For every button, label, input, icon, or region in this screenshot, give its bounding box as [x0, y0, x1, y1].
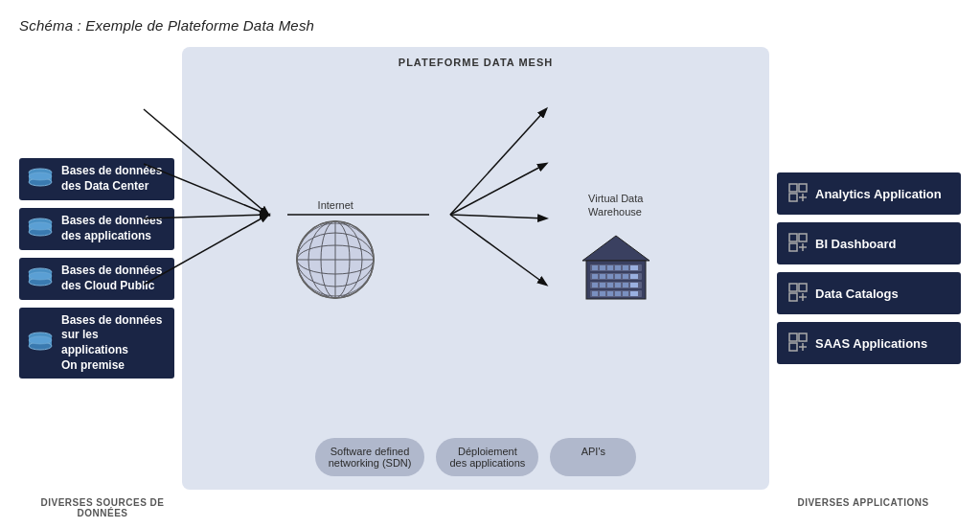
svg-point-3 [29, 172, 52, 180]
svg-rect-59 [592, 291, 598, 296]
svg-rect-71 [799, 234, 807, 241]
svg-rect-75 [789, 284, 797, 291]
svg-rect-53 [600, 283, 605, 287]
platform-inner: Internet [195, 72, 756, 430]
svg-rect-82 [789, 343, 797, 351]
svg-rect-67 [789, 194, 797, 201]
svg-rect-63 [623, 291, 628, 296]
svg-rect-43 [630, 265, 638, 270]
diagram-area: Bases de données des Data Center Bases d… [19, 47, 961, 490]
svg-rect-40 [607, 265, 613, 270]
warehouse-icon [573, 224, 659, 310]
svg-rect-66 [799, 184, 807, 192]
bottom-label-right: DIVERSES APPLICATIONS [767, 497, 959, 518]
svg-rect-61 [607, 291, 613, 296]
platform-title: PLATEFORME DATA MESH [195, 57, 756, 68]
app-item-1: Analytics Application [777, 172, 961, 215]
svg-rect-81 [799, 333, 807, 341]
platform-bottom: Software definednetworking (SDN) Déploie… [195, 438, 756, 476]
svg-rect-62 [615, 291, 621, 296]
svg-rect-46 [600, 274, 605, 279]
app-label-2: BI Dashboard [815, 237, 897, 251]
db-label-1: Bases de données des Data Center [61, 164, 162, 194]
app-icon-2 [788, 233, 808, 255]
center-column: PLATEFORME DATA MESH Internet [182, 47, 769, 490]
svg-rect-70 [789, 234, 797, 241]
svg-rect-80 [789, 333, 797, 341]
app-label-4: SAAS Applications [815, 336, 927, 351]
svg-rect-57 [630, 283, 638, 287]
pill-deploy: Déploiementdes applications [436, 438, 538, 476]
svg-rect-42 [623, 265, 628, 270]
page-title: Schéma : Exemple de Plateforme Data Mesh [19, 17, 961, 34]
database-icon-3 [27, 267, 54, 290]
bottom-label-left: DIVERSES SOURCES DE DONNÉES [21, 497, 184, 518]
database-icon-4 [27, 332, 54, 355]
globe-icon [292, 217, 378, 303]
db-item-1: Bases de données des Data Center [19, 158, 174, 200]
svg-rect-50 [630, 274, 638, 279]
svg-rect-49 [623, 274, 628, 279]
svg-rect-45 [592, 274, 598, 279]
svg-rect-41 [615, 265, 621, 270]
globe-area: Internet [292, 199, 378, 303]
db-label-2: Bases de données des applications [61, 214, 162, 243]
svg-rect-56 [623, 283, 628, 287]
warehouse-label: Virtual Data Warehouse [588, 192, 643, 219]
database-icon-1 [27, 168, 54, 191]
db-item-2: Bases de données des applications [19, 208, 174, 250]
svg-point-7 [29, 222, 52, 230]
platform-box: PLATEFORME DATA MESH Internet [182, 47, 769, 490]
right-column: Analytics Application BI Dashboard [769, 47, 961, 490]
svg-rect-76 [799, 284, 807, 291]
app-icon-4 [788, 333, 808, 355]
svg-rect-52 [592, 283, 598, 287]
app-icon-1 [788, 183, 808, 205]
pill-api: API's [550, 438, 636, 476]
left-column: Bases de données des Data Center Bases d… [19, 47, 182, 490]
svg-rect-38 [592, 265, 598, 270]
svg-rect-60 [600, 291, 605, 296]
app-item-2: BI Dashboard [777, 222, 961, 264]
app-item-3: Data Catalogs [777, 272, 961, 314]
app-label-1: Analytics Application [815, 187, 942, 201]
svg-rect-64 [630, 291, 638, 296]
svg-rect-48 [615, 274, 621, 279]
svg-rect-39 [600, 265, 605, 270]
svg-marker-35 [582, 236, 650, 261]
page: Schéma : Exemple de Plateforme Data Mesh… [0, 0, 980, 528]
svg-point-15 [29, 336, 52, 344]
app-icon-3 [788, 283, 808, 305]
db-label-4: Bases de données sur les applications On… [61, 313, 167, 373]
app-label-3: Data Catalogs [815, 287, 899, 301]
svg-rect-47 [607, 274, 613, 279]
app-item-4: SAAS Applications [777, 322, 961, 364]
database-icon-2 [27, 218, 54, 241]
svg-rect-54 [607, 283, 613, 287]
svg-rect-72 [789, 243, 797, 251]
svg-rect-65 [789, 184, 797, 192]
db-item-4: Bases de données sur les applications On… [19, 308, 174, 379]
db-item-3: Bases de données des Cloud Public [19, 258, 174, 300]
svg-point-34 [297, 221, 374, 298]
pill-sdn: Software definednetworking (SDN) [315, 438, 425, 476]
svg-rect-55 [615, 283, 621, 287]
bottom-labels: DIVERSES SOURCES DE DONNÉES DIVERSES APP… [19, 497, 961, 518]
db-label-3: Bases de données des Cloud Public [61, 264, 162, 293]
svg-point-11 [29, 272, 52, 280]
internet-label: Internet [318, 199, 353, 211]
warehouse-area: Virtual Data Warehouse [573, 192, 659, 311]
svg-rect-77 [789, 293, 797, 301]
